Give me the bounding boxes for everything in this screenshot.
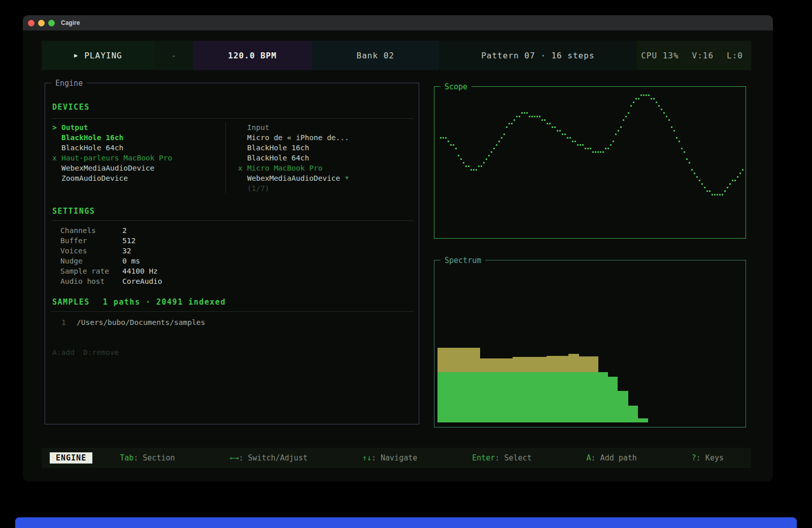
- setting-label: Nudge: [60, 256, 122, 266]
- device-name: Micro de « iPhone de...: [247, 133, 349, 143]
- device-list-item[interactable]: xMicro MacBook Pro: [238, 163, 405, 173]
- key-hint-label: : Keys: [696, 453, 724, 463]
- device-active-marker: [52, 143, 61, 153]
- selection-arrow-icon: [238, 122, 247, 133]
- input-device-list: InputMicro de « iPhone de...BlackHole 16…: [238, 122, 405, 193]
- device-name: WebexMediaAudioDevice: [61, 163, 154, 173]
- sample-path-row[interactable]: 1/Users/bubo/Documents/samples: [52, 317, 412, 327]
- device-active-marker: [52, 133, 61, 143]
- spectrum-level-segment: [638, 418, 648, 422]
- bank-display: Bank 02: [312, 41, 439, 70]
- cpu-stat: CPU 13%: [641, 51, 679, 60]
- bpm-display: 120.0 BPM: [193, 41, 312, 70]
- device-pager: (1/7): [238, 183, 405, 193]
- latency-stat: L:0: [727, 51, 743, 60]
- sample-path-index: 1: [61, 317, 77, 327]
- engine-panel: Engine DEVICES >OutputBlackHole 16chBlac…: [45, 83, 419, 424]
- traffic-lights: [23, 20, 55, 26]
- sample-path-list: 1/Users/bubo/Documents/samples: [52, 317, 412, 327]
- setting-value: 2: [122, 225, 127, 236]
- device-list-item[interactable]: BlackHole 64ch: [238, 153, 405, 163]
- engine-panel-title: Engine: [51, 78, 87, 88]
- transport-status: ▶ PLAYING: [42, 41, 155, 70]
- device-column-title: Output: [61, 122, 88, 133]
- key-hints: Tab: Section←→: Switch/Adjust↑↓: Navigat…: [92, 453, 751, 463]
- spectrum-peak-hold-segment: [547, 356, 568, 372]
- device-name: BlackHole 64ch: [61, 143, 123, 153]
- samples-section-header: SAMPLES 1 paths · 20491 indexed: [52, 297, 226, 307]
- device-name: BlackHole 16ch: [61, 133, 123, 143]
- device-active-marker: x: [52, 153, 61, 163]
- device-list-item[interactable]: BlackHole 16ch: [238, 143, 405, 153]
- key-hint: Enter: Select: [472, 453, 531, 463]
- device-name: BlackHole 16ch: [247, 143, 309, 153]
- pattern-display: Pattern 07 · 16 steps: [439, 41, 637, 70]
- device-list-item[interactable]: BlackHole 16ch: [52, 133, 225, 143]
- setting-value: 512: [122, 236, 136, 246]
- settings-row[interactable]: Audio hostCoreAudio: [52, 276, 412, 286]
- play-icon: ▶: [74, 52, 78, 59]
- device-active-marker: [238, 133, 247, 143]
- column-divider: [225, 122, 226, 193]
- key-hint-key: ?: [692, 453, 696, 463]
- spectrum-peak-hold-segment: [513, 357, 547, 372]
- device-column-header: >Output: [52, 122, 225, 133]
- device-list-item[interactable]: ZoomAudioDevice: [52, 173, 225, 183]
- setting-label: Voices: [60, 246, 122, 256]
- device-active-marker: x: [238, 163, 247, 173]
- key-hint-label: : Add path: [591, 453, 637, 463]
- setting-label: Audio host: [60, 276, 122, 286]
- settings-row[interactable]: Sample rate44100 Hz: [52, 266, 412, 276]
- zoom-button[interactable]: [48, 20, 55, 26]
- minimize-button[interactable]: [38, 20, 45, 26]
- scope-waveform: [435, 87, 745, 238]
- spectrum-chart: [435, 261, 745, 426]
- settings-row[interactable]: Buffer512: [52, 236, 412, 246]
- devices-section-header: DEVICES: [52, 102, 90, 112]
- samples-key-hints: A:add D:remove: [52, 348, 119, 356]
- setting-label: Buffer: [60, 236, 122, 246]
- key-hint: ↑↓: Navigate: [362, 453, 417, 463]
- setting-value: 0 ms: [122, 256, 140, 266]
- setting-label: Sample rate: [60, 266, 122, 276]
- transport-label: PLAYING: [84, 51, 122, 60]
- spectrum-panel: Spectrum: [434, 260, 746, 427]
- footer-bar: ENGINE Tab: Section←→: Switch/Adjust↑↓: …: [42, 448, 751, 468]
- settings-row[interactable]: Channels2: [52, 225, 412, 236]
- mode-badge: ENGINE: [50, 452, 92, 464]
- key-hint-label: : Select: [495, 453, 531, 463]
- selection-arrow-icon: >: [52, 122, 61, 133]
- spectrum-level-segment: [618, 391, 628, 422]
- device-list-item[interactable]: WebexMediaAudioDevice: [52, 163, 225, 173]
- key-hint-key: A: [587, 453, 591, 463]
- device-name: Haut-parleurs MacBook Pro: [61, 153, 172, 163]
- setting-value: 32: [122, 246, 131, 256]
- setting-value: 44100 Hz: [122, 266, 158, 276]
- divider: [51, 220, 414, 221]
- device-active-marker: [52, 163, 61, 173]
- key-hint: A: Add path: [587, 453, 637, 463]
- close-button[interactable]: [28, 20, 35, 26]
- settings-row[interactable]: Nudge0 ms: [52, 256, 412, 266]
- device-list-item[interactable]: BlackHole 64ch: [52, 143, 225, 153]
- device-list-item[interactable]: Micro de « iPhone de...: [238, 133, 405, 143]
- device-list-item[interactable]: WebexMediaAudioDevice▼: [238, 173, 405, 183]
- key-hint-label: : Switch/Adjust: [239, 453, 308, 463]
- device-name: Micro MacBook Pro: [247, 163, 322, 173]
- settings-row[interactable]: Voices32: [52, 246, 412, 256]
- spectrum-peak-hold-segment: [437, 348, 480, 372]
- key-hint-key: ←→: [229, 453, 239, 463]
- device-active-marker: [52, 173, 61, 183]
- setting-value: CoreAudio: [122, 276, 162, 286]
- device-active-marker: [238, 143, 247, 153]
- spectrum-peak-hold-segment: [568, 354, 579, 372]
- output-device-list: >OutputBlackHole 16chBlackHole 64chxHaut…: [52, 122, 225, 183]
- device-list-item[interactable]: xHaut-parleurs MacBook Pro: [52, 153, 225, 163]
- voices-stat: V:16: [692, 51, 714, 60]
- key-hint: ?: Keys: [692, 453, 724, 463]
- key-hint: ←→: Switch/Adjust: [229, 453, 308, 463]
- device-active-marker: [238, 173, 247, 183]
- settings-section-header: SETTINGS: [52, 206, 95, 216]
- spectrum-level-segment: [608, 377, 618, 422]
- spectrum-level-segment: [437, 372, 608, 422]
